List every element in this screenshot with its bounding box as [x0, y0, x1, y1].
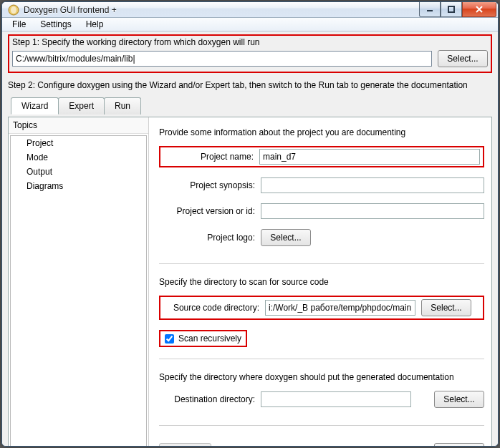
- svg-rect-3: [448, 6, 454, 12]
- tab-wizard[interactable]: Wizard: [11, 97, 59, 115]
- project-name-label: Project name:: [163, 152, 254, 162]
- right-pane: Provide some information about the proje…: [149, 117, 491, 447]
- step2-label: Step 2: Configure doxygen using the Wiza…: [8, 80, 492, 90]
- topic-diagrams[interactable]: Diagrams: [11, 179, 146, 193]
- tabpage: Topics Project Mode Output Diagrams Prov…: [8, 117, 492, 447]
- divider-3: [159, 425, 484, 426]
- topic-project[interactable]: Project: [11, 136, 146, 150]
- working-dir-select-button[interactable]: Select...: [438, 50, 488, 67]
- scan-recursively-highlight: Scan recursively: [159, 330, 247, 347]
- app-icon: [8, 4, 19, 16]
- client-area: Step 1: Specify the working directory fr…: [2, 31, 498, 447]
- minimize-button[interactable]: [419, 2, 441, 17]
- project-intro: Provide some information about the proje…: [159, 127, 484, 137]
- topics-header: Topics: [9, 117, 148, 134]
- source-dir-select-button[interactable]: Select...: [421, 299, 471, 316]
- source-dir-label: Source code directory:: [163, 303, 259, 313]
- divider-2: [159, 359, 484, 359]
- window-buttons: [419, 2, 496, 17]
- scan-recursively-checkbox[interactable]: [165, 334, 174, 344]
- project-synopsis-input[interactable]: [261, 177, 484, 193]
- scan-recursively-label: Scan recursively: [178, 333, 241, 344]
- project-version-label: Project version or id:: [159, 206, 255, 216]
- svg-rect-2: [427, 10, 433, 11]
- project-synopsis-label: Project synopsis:: [159, 180, 255, 190]
- previous-button[interactable]: Previous: [159, 443, 211, 447]
- project-name-input[interactable]: [259, 149, 480, 165]
- project-logo-select-button[interactable]: Select...: [261, 229, 311, 246]
- project-version-input[interactable]: [261, 203, 484, 219]
- topics-pane: Topics Project Mode Output Diagrams: [9, 117, 149, 447]
- dest-dir-label: Destination directory:: [159, 394, 255, 404]
- step1-label: Step 1: Specify the working directory fr…: [12, 37, 488, 47]
- nav-bar: Previous Next: [159, 436, 484, 447]
- tab-expert[interactable]: Expert: [58, 97, 105, 115]
- working-dir-input[interactable]: [12, 51, 432, 67]
- project-logo-label: Project logo:: [159, 233, 255, 243]
- dest-dir-input[interactable]: [261, 391, 411, 407]
- app-window: Doxygen GUI frontend + File Settings Hel…: [1, 1, 499, 447]
- dest-header: Specify the directory where doxygen shou…: [159, 372, 484, 382]
- source-dir-highlight: Source code directory: Select...: [159, 296, 484, 320]
- topic-mode[interactable]: Mode: [11, 150, 146, 165]
- source-header: Specify the directory to scan for source…: [159, 277, 484, 287]
- titlebar: Doxygen GUI frontend +: [2, 2, 498, 18]
- close-button[interactable]: [462, 2, 496, 17]
- topics-list: Project Mode Output Diagrams: [10, 135, 147, 447]
- dest-dir-select-button[interactable]: Select...: [434, 391, 484, 408]
- maximize-button[interactable]: [441, 2, 462, 17]
- menu-file[interactable]: File: [6, 18, 32, 31]
- window-title: Doxygen GUI frontend +: [24, 5, 419, 15]
- svg-point-1: [11, 6, 16, 14]
- tabstrip: Wizard Expert Run: [8, 97, 492, 115]
- next-button[interactable]: Next: [434, 443, 484, 447]
- tab-run[interactable]: Run: [104, 97, 141, 115]
- step1-highlight: Step 1: Specify the working directory fr…: [8, 34, 492, 73]
- menubar: File Settings Help: [2, 18, 498, 31]
- menu-settings[interactable]: Settings: [34, 18, 77, 31]
- menu-help[interactable]: Help: [80, 18, 110, 31]
- divider-1: [159, 263, 484, 264]
- project-name-highlight: Project name:: [159, 146, 484, 167]
- source-dir-input[interactable]: [265, 300, 415, 316]
- topic-output[interactable]: Output: [11, 165, 146, 179]
